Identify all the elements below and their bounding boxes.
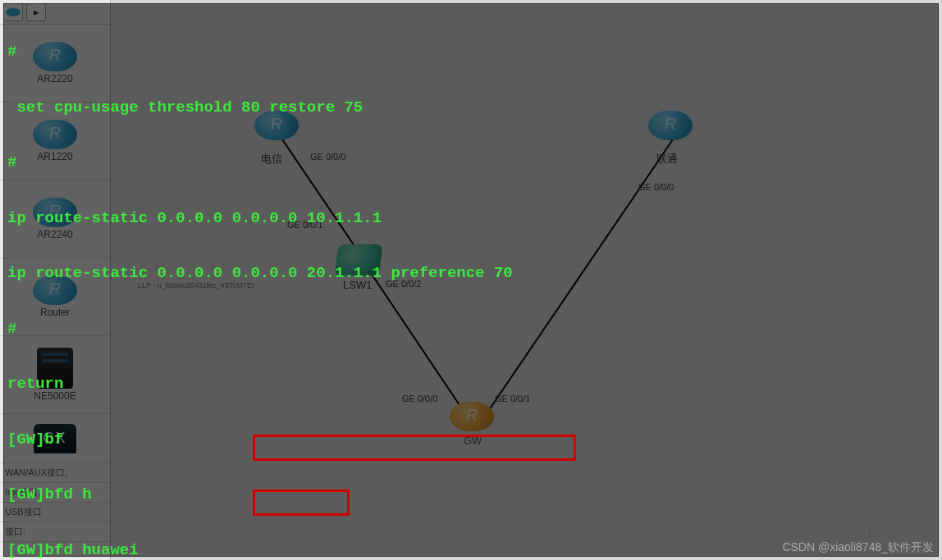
text-cursor-icon: I <box>867 521 872 543</box>
highlight-commit <box>253 489 350 516</box>
term-line: ip route-static 0.0.0.0 0.0.0.0 10.1.1.1 <box>7 209 935 228</box>
cli-terminal[interactable]: # set cpu-usage threshold 80 restore 75 … <box>3 3 939 557</box>
term-line: # <box>7 320 935 339</box>
term-line: # <box>7 153 935 172</box>
highlight-discriminator <box>253 435 576 461</box>
term-line: return <box>7 375 935 394</box>
term-line: set cpu-usage threshold 80 restore 75 <box>7 98 935 117</box>
csdn-watermark: CSDN @xiaoli8748_软件开发 <box>782 540 934 555</box>
term-line: [GW]bfd h <box>7 485 935 504</box>
term-line: # <box>7 43 935 61</box>
term-line: ip route-static 0.0.0.0 0.0.0.0 20.1.1.1… <box>7 264 935 283</box>
